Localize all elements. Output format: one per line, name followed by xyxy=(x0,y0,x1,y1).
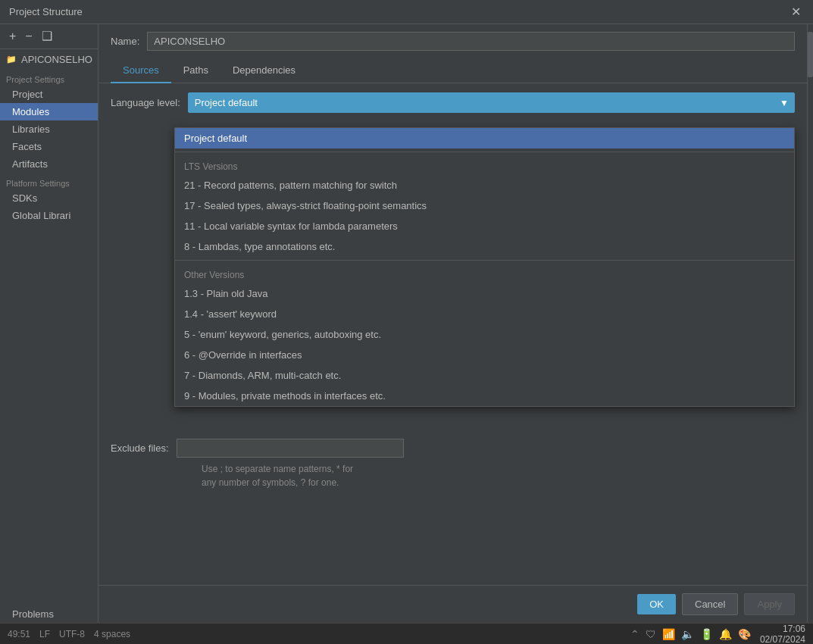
exclude-row: Exclude files: xyxy=(111,439,795,458)
wifi-icon: 📶 xyxy=(662,628,675,640)
module-folder-icon: 📁 xyxy=(6,53,17,65)
tab-paths[interactable]: Paths xyxy=(171,58,220,83)
dropdown-item-17[interactable]: 17 - Sealed types, always-strict floatin… xyxy=(175,195,794,216)
right-panel: Name: Sources Paths Dependencies Languag… xyxy=(98,24,807,623)
platform-settings-header: Platform Settings xyxy=(0,173,98,189)
status-indent: 4 spaces xyxy=(94,629,130,639)
tab-dependencies[interactable]: Dependencies xyxy=(220,58,308,83)
dropdown-header-lts: LTS Versions xyxy=(175,155,794,175)
sidebar-item-facets[interactable]: Facets xyxy=(0,138,98,155)
name-label: Name: xyxy=(111,36,139,47)
module-name-input[interactable] xyxy=(147,32,795,51)
module-item-apiconselho[interactable]: 📁 APICONSELHO xyxy=(0,49,98,69)
dropdown-item-6[interactable]: 6 - @Override in interfaces xyxy=(175,345,794,365)
dropdown-item-1-4[interactable]: 1.4 - 'assert' keyword xyxy=(175,304,794,324)
dropdown-divider-2 xyxy=(175,260,794,261)
title-bar: Project Structure ✕ xyxy=(0,0,813,24)
add-module-button[interactable]: + xyxy=(6,29,19,44)
sidebar-item-project[interactable]: Project xyxy=(0,86,98,103)
close-button[interactable]: ✕ xyxy=(788,5,804,20)
language-level-select-wrapper: Project default ▼ xyxy=(188,92,795,113)
dropdown-divider xyxy=(175,152,794,152)
sidebar-item-problems[interactable]: Problems xyxy=(0,605,98,623)
dropdown-header-other: Other Versions xyxy=(175,264,794,283)
bottom-bar: OK Cancel Apply xyxy=(98,585,807,623)
status-icons: ⌃ 🛡 📶 🔈 🔋 🔔 🎨 xyxy=(630,628,751,640)
shield-icon: 🛡 xyxy=(646,628,656,640)
language-level-label: Language level: xyxy=(111,97,180,108)
exclude-files-section: Exclude files: Use ; to separate name pa… xyxy=(111,439,795,489)
name-row: Name: xyxy=(98,24,807,58)
dropdown-item-project-default[interactable]: Project default xyxy=(175,128,794,148)
tabs-row: Sources Paths Dependencies xyxy=(98,58,807,83)
status-left: 49:51 LF UTF-8 4 spaces xyxy=(8,629,130,639)
dialog-title: Project Structure xyxy=(9,6,83,17)
tab-sources[interactable]: Sources xyxy=(111,58,171,83)
dialog-scrollbar[interactable] xyxy=(807,24,813,623)
notification-icon: 🔔 xyxy=(719,628,732,640)
sidebar-item-sdks[interactable]: SDKs xyxy=(0,189,98,207)
chevron-up-icon: ⌃ xyxy=(630,628,639,640)
dropdown-item-9[interactable]: 9 - Modules, private methods in interfac… xyxy=(175,386,794,406)
remove-module-button[interactable]: − xyxy=(22,29,35,44)
status-encoding: UTF-8 xyxy=(59,629,85,639)
language-level-row: Language level: Project default ▼ xyxy=(111,92,795,113)
scrollbar-thumb xyxy=(808,32,813,77)
dropdown-item-21[interactable]: 21 - Record patterns, pattern matching f… xyxy=(175,175,794,195)
language-level-dropdown: Project default LTS Versions 21 - Record… xyxy=(174,127,795,407)
dropdown-item-5[interactable]: 5 - 'enum' keyword, generics, autoboxing… xyxy=(175,324,794,345)
status-time: 17:06 02/07/2024 xyxy=(760,624,805,645)
dropdown-item-11[interactable]: 11 - Local variable syntax for lambda pa… xyxy=(175,216,794,236)
dropdown-item-1-3[interactable]: 1.3 - Plain old Java xyxy=(175,283,794,304)
cancel-button[interactable]: Cancel xyxy=(682,593,738,615)
exclude-files-label: Exclude files: xyxy=(111,442,169,454)
status-right: ⌃ 🛡 📶 🔈 🔋 🔔 🎨 17:06 02/07/2024 xyxy=(630,624,805,645)
status-line-ending: LF xyxy=(39,629,50,639)
exclude-hint: Use ; to separate name patterns, * for a… xyxy=(202,462,795,489)
sidebar-toolbar: + − ❑ xyxy=(0,24,98,49)
sidebar-item-modules[interactable]: Modules xyxy=(0,103,98,120)
battery-icon: 🔋 xyxy=(700,628,713,640)
color-icon: 🎨 xyxy=(738,628,751,640)
sidebar-item-artifacts[interactable]: Artifacts xyxy=(0,155,98,173)
ok-button[interactable]: OK xyxy=(637,594,676,614)
module-item-label: APICONSELHO xyxy=(21,54,92,65)
volume-icon: 🔈 xyxy=(681,628,694,640)
sidebar: + − ❑ 📁 APICONSELHO Project Settings Pro… xyxy=(0,24,98,623)
dropdown-item-8[interactable]: 8 - Lambdas, type annotations etc. xyxy=(175,236,794,257)
dropdown-item-7[interactable]: 7 - Diamonds, ARM, multi-catch etc. xyxy=(175,365,794,386)
panel-content: Language level: Project default ▼ Projec… xyxy=(98,83,807,585)
project-structure-dialog: Project Structure ✕ + − ❑ 📁 APICONSELHO … xyxy=(0,0,813,644)
exclude-files-input[interactable] xyxy=(177,439,404,458)
project-settings-header: Project Settings xyxy=(0,69,98,86)
sidebar-item-global-libraries[interactable]: Global Librari xyxy=(0,207,98,224)
status-position: 49:51 xyxy=(8,629,30,639)
sidebar-item-libraries[interactable]: Libraries xyxy=(0,120,98,138)
copy-module-button[interactable]: ❑ xyxy=(39,29,55,44)
language-level-select[interactable]: Project default xyxy=(188,92,795,113)
apply-button[interactable]: Apply xyxy=(744,593,795,615)
status-bar: 49:51 LF UTF-8 4 spaces ⌃ 🛡 📶 🔈 🔋 🔔 🎨 17… xyxy=(0,623,813,644)
main-content: + − ❑ 📁 APICONSELHO Project Settings Pro… xyxy=(0,24,813,623)
